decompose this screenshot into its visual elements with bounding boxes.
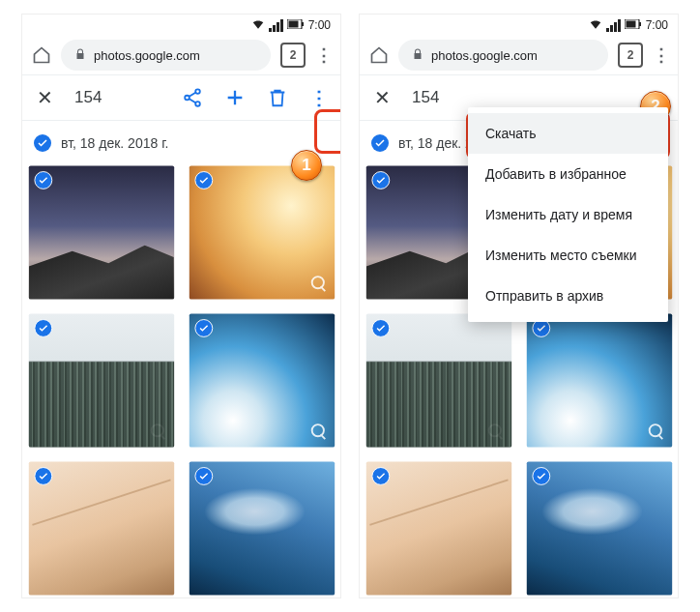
- magnify-icon: [648, 423, 664, 440]
- lock-icon: [74, 48, 86, 62]
- photo-grid: [22, 161, 340, 598]
- magnify-icon: [487, 423, 504, 440]
- check-icon: [371, 319, 390, 337]
- tab-count-button[interactable]: 2: [618, 43, 643, 68]
- tab-count-button[interactable]: 2: [280, 43, 306, 68]
- url-text: photos.google.com: [431, 48, 538, 63]
- share-icon[interactable]: [182, 87, 203, 108]
- menu-item-archive[interactable]: Отправить в архив: [468, 276, 668, 316]
- photo-thumb[interactable]: [189, 165, 334, 299]
- photo-thumb[interactable]: [366, 313, 511, 447]
- signal-icon: [606, 19, 621, 32]
- phone-screenshot-left: 7:00 photos.google.com 2 ⋮ ✕ 154 ⋮ вт, 1…: [21, 14, 341, 598]
- check-icon: [532, 467, 550, 485]
- selection-count: 154: [74, 88, 160, 107]
- check-icon: [34, 467, 52, 485]
- date-check-icon: [34, 134, 51, 152]
- magnify-icon: [310, 423, 327, 440]
- url-text: photos.google.com: [94, 48, 200, 63]
- magnify-icon: [150, 276, 166, 292]
- battery-icon: [625, 18, 642, 32]
- magnify-icon: [150, 423, 166, 440]
- menu-item-favorite[interactable]: Добавить в избранное: [468, 154, 668, 194]
- check-icon: [371, 171, 390, 189]
- browser-menu-icon[interactable]: ⋮: [653, 44, 668, 66]
- selection-count: 154: [412, 88, 664, 107]
- selection-actions: ⋮: [182, 86, 327, 109]
- check-icon: [34, 319, 52, 337]
- photo-thumb[interactable]: [366, 461, 511, 595]
- photo-thumb[interactable]: [526, 313, 671, 447]
- browser-toolbar: photos.google.com 2 ⋮: [360, 36, 678, 74]
- check-icon: [194, 467, 213, 485]
- menu-item-edit-date[interactable]: Изменить дату и время: [468, 194, 668, 235]
- status-time: 7:00: [308, 18, 331, 32]
- svg-rect-2: [302, 22, 304, 26]
- url-bar[interactable]: photos.google.com: [398, 40, 608, 71]
- wifi-icon: [589, 17, 602, 34]
- photo-thumb[interactable]: [189, 461, 334, 595]
- date-check-icon: [371, 134, 389, 152]
- date-header[interactable]: вт, 18 дек. 2018 г.: [22, 121, 340, 161]
- more-options-menu: Скачать Добавить в избранное Изменить да…: [468, 107, 668, 322]
- close-selection-button[interactable]: ✕: [373, 86, 391, 109]
- signal-icon: [269, 19, 283, 32]
- photo-thumb[interactable]: [29, 313, 174, 447]
- svg-rect-8: [639, 22, 641, 26]
- photo-thumb[interactable]: [29, 461, 174, 595]
- photo-thumb[interactable]: [526, 461, 671, 595]
- menu-item-edit-location[interactable]: Изменить место съемки: [468, 235, 668, 276]
- check-icon: [194, 319, 213, 337]
- menu-item-download[interactable]: Скачать: [468, 113, 668, 154]
- status-bar: 7:00: [360, 15, 678, 36]
- check-icon: [34, 171, 52, 189]
- check-icon: [371, 467, 390, 485]
- browser-menu-icon[interactable]: ⋮: [315, 44, 331, 66]
- home-icon[interactable]: [32, 45, 51, 65]
- battery-icon: [287, 18, 305, 32]
- phone-screenshot-right: 7:00 photos.google.com 2 ⋮ ✕ 154 вт, 18 …: [359, 14, 679, 598]
- url-bar[interactable]: photos.google.com: [61, 40, 271, 71]
- close-selection-button[interactable]: ✕: [36, 86, 53, 109]
- photo-thumb[interactable]: [189, 313, 334, 447]
- wifi-icon: [251, 17, 265, 34]
- magnify-icon: [310, 276, 327, 292]
- selection-toolbar: ✕ 154 ⋮: [22, 74, 340, 121]
- check-icon: [194, 171, 213, 189]
- trash-icon[interactable]: [267, 87, 288, 108]
- photo-thumb[interactable]: [29, 165, 174, 299]
- home-icon[interactable]: [369, 45, 389, 65]
- more-options-button[interactable]: ⋮: [309, 86, 327, 109]
- svg-rect-1: [288, 21, 298, 28]
- lock-icon: [412, 48, 423, 62]
- browser-toolbar: photos.google.com 2 ⋮: [22, 36, 340, 74]
- status-time: 7:00: [646, 18, 668, 32]
- status-bar: 7:00: [22, 15, 340, 36]
- add-icon[interactable]: [224, 87, 246, 108]
- svg-rect-7: [626, 21, 635, 28]
- date-label: вт, 18 дек. 2018 г.: [61, 135, 168, 151]
